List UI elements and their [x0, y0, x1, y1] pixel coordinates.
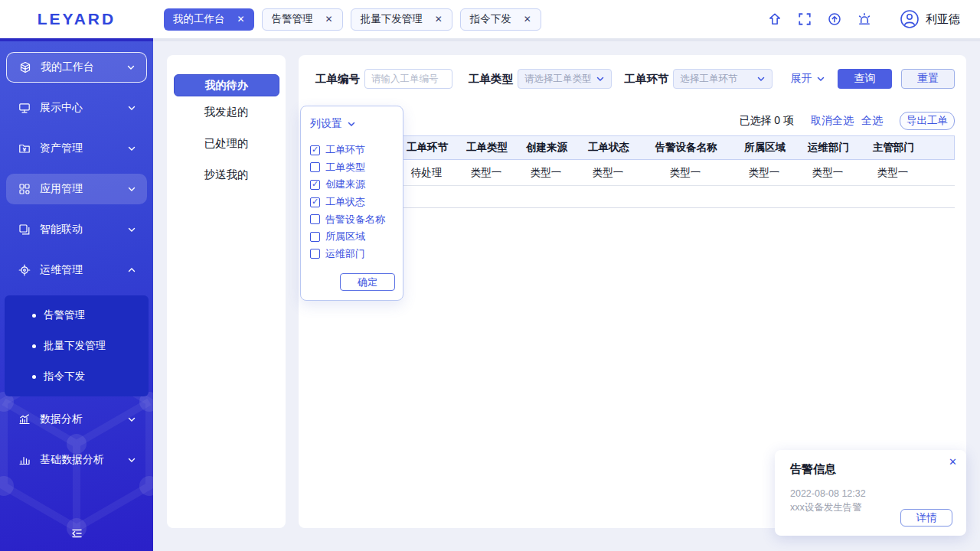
submenu-item-alarm-management[interactable]: 告警管理: [5, 300, 149, 331]
option-alarm-device[interactable]: 告警设备名称: [310, 210, 394, 228]
col-header: 工单类型: [458, 141, 516, 155]
close-icon[interactable]: ✕: [435, 14, 443, 24]
close-icon[interactable]: ✕: [949, 456, 957, 468]
asset-icon: [18, 142, 31, 155]
bullet-dot: [32, 314, 36, 318]
checkbox[interactable]: [310, 197, 320, 207]
tab-command-dispatch[interactable]: 指令下发 ✕: [460, 8, 541, 31]
nav-my-todo[interactable]: 我的待办: [174, 74, 279, 96]
confirm-button[interactable]: 确定: [340, 273, 395, 291]
tab-my-workbench[interactable]: 我的工作台 ✕: [164, 8, 254, 31]
search-button[interactable]: 查询: [838, 69, 893, 89]
tab-batch-dispatch[interactable]: 批量下发管理 ✕: [351, 8, 452, 31]
option-label: 工单环节: [325, 143, 365, 157]
sidebar-item-label: 展示中心: [40, 101, 83, 115]
sidebar-item-display-center[interactable]: 展示中心: [6, 93, 147, 123]
table-toolbar: 已选择 0 项 取消全选 全选 导出工单: [315, 112, 955, 130]
checkbox[interactable]: [310, 162, 320, 172]
column-settings-dropdown: 列设置 工单环节 工单类型 创建来源 工单状态 告警设备名称: [300, 106, 403, 301]
close-icon[interactable]: ✕: [325, 14, 333, 24]
table-header-row: 工单环节 工单类型 创建来源 工单状态 告警设备名称 所属区域 运维部门 主管部…: [315, 135, 955, 160]
cell-region: 类型一: [731, 166, 797, 180]
submenu-label: 批量下发管理: [44, 339, 106, 353]
col-header: 告警设备名称: [640, 141, 732, 155]
leyard-logo: LEYARD: [0, 10, 153, 28]
detail-button[interactable]: 详情: [900, 509, 952, 527]
cancel-select-all-link[interactable]: 取消全选: [811, 114, 854, 128]
order-type-select[interactable]: 请选择工单类型: [518, 69, 612, 89]
bullet-dot: [32, 344, 36, 348]
option-order-stage[interactable]: 工单环节: [310, 142, 394, 159]
option-label: 工单状态: [325, 195, 365, 209]
sidebar-item-smart-linkage[interactable]: 智能联动: [6, 214, 147, 245]
sidebar-item-base-data-analysis[interactable]: 基础数据分析: [6, 445, 147, 475]
checkbox[interactable]: [310, 249, 320, 259]
cell-manager-dept: 类型一: [858, 166, 927, 180]
nav-processed[interactable]: 已处理的: [167, 128, 286, 159]
col-header: 所属区域: [732, 141, 798, 155]
col-header: 工单状态: [577, 141, 640, 155]
order-no-input[interactable]: [364, 69, 452, 89]
chevron-down-icon: [127, 415, 136, 424]
alarm-icon[interactable]: [858, 12, 871, 26]
user-menu[interactable]: 利亚德: [900, 9, 960, 29]
export-orders-button[interactable]: 导出工单: [900, 112, 955, 130]
reset-button[interactable]: 重置: [901, 69, 955, 89]
sidebar-item-asset-management[interactable]: 资产管理: [6, 133, 147, 164]
select-all-link[interactable]: 全选: [861, 114, 883, 128]
column-settings-trigger[interactable]: 列设置: [310, 117, 394, 131]
selected-count: 已选择 0 项: [739, 114, 794, 128]
cell-order-stage: 待处理: [396, 166, 457, 180]
alarm-notification-card: 告警信息 ✕ 2022-08-08 12:32 xxx设备发生告警 详情: [775, 450, 966, 536]
cell-alarm-device: 类型一: [639, 166, 731, 180]
col-header: 运维部门: [798, 141, 859, 155]
option-label: 创建来源: [325, 178, 365, 191]
chevron-down-icon: [127, 455, 136, 465]
tab-label: 我的工作台: [173, 12, 225, 26]
analysis-icon: [18, 413, 31, 425]
sidebar-item-label: 应用管理: [40, 182, 83, 196]
chevron-down-icon: [127, 103, 136, 112]
circle-arrow-up-icon[interactable]: [828, 12, 841, 26]
sidebar-item-label: 智能联动: [40, 223, 83, 236]
option-order-status[interactable]: 工单状态: [310, 194, 394, 211]
work-order-table: 工单环节 工单类型 创建来源 工单状态 告警设备名称 所属区域 运维部门 主管部…: [315, 135, 955, 208]
option-create-source[interactable]: 创建来源: [310, 176, 394, 194]
checkbox[interactable]: [310, 232, 320, 242]
checkbox[interactable]: [310, 180, 320, 190]
select-placeholder: 选择工单环节: [680, 73, 737, 86]
sidebar-item-data-analysis[interactable]: 数据分析: [6, 404, 147, 435]
nav-initiated-by-me[interactable]: 我发起的: [167, 96, 286, 128]
sidebar-collapse-button[interactable]: [0, 523, 153, 543]
sidebar-item-app-management[interactable]: 应用管理: [6, 174, 147, 204]
table-row[interactable]: 待处理 类型一 类型一 类型一 类型一 类型一 类型一 类型一: [315, 160, 955, 186]
checkbox[interactable]: [310, 145, 320, 155]
option-region[interactable]: 所属区域: [310, 228, 394, 246]
order-stage-select[interactable]: 选择工单环节: [673, 69, 772, 89]
todo-sidebar: 我的待办 我发起的 已处理的 抄送我的: [167, 55, 286, 528]
option-ops-dept[interactable]: 运维部门: [310, 246, 394, 263]
cell-ops-dept: 类型一: [797, 166, 858, 180]
sidebar-item-my-workbench[interactable]: 我的工作台: [6, 52, 147, 83]
chevron-down-icon: [816, 74, 825, 83]
chevron-down-icon: [127, 225, 136, 234]
sidebar-item-ops-management[interactable]: 运维管理: [6, 255, 147, 285]
checkbox[interactable]: [310, 214, 320, 224]
fullscreen-icon[interactable]: [798, 12, 812, 26]
option-order-type[interactable]: 工单类型: [310, 159, 394, 177]
submenu-item-command-dispatch[interactable]: 指令下发: [5, 361, 149, 392]
cell-order-status: 类型一: [577, 166, 639, 180]
chevron-down-icon: [126, 63, 136, 72]
close-icon[interactable]: ✕: [524, 14, 531, 24]
up-arrow-icon[interactable]: [768, 12, 782, 26]
apps-icon: [18, 183, 31, 195]
close-icon[interactable]: ✕: [237, 14, 245, 24]
sidebar-item-label: 资产管理: [40, 142, 83, 155]
ops-icon: [18, 264, 31, 276]
submenu-item-batch-dispatch[interactable]: 批量下发管理: [5, 331, 149, 361]
expand-filters-link[interactable]: 展开: [791, 72, 825, 86]
nav-cc-to-me[interactable]: 抄送我的: [167, 159, 286, 191]
workbench-icon: [19, 61, 31, 73]
chevron-down-icon: [756, 74, 766, 83]
tab-alarm-management[interactable]: 告警管理 ✕: [262, 8, 343, 31]
